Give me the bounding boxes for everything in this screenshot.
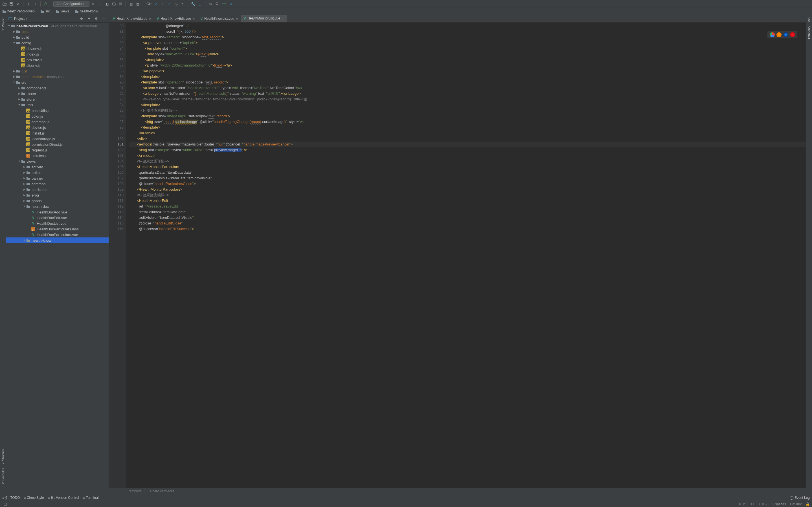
profiler-icon[interactable]: ◯ xyxy=(111,1,116,7)
tool-project[interactable]: 1: Project xyxy=(1,16,5,32)
locate-icon[interactable]: ⊕ xyxy=(79,16,85,21)
tree-row[interactable]: JSsit.env.js xyxy=(6,63,109,68)
git-history-icon[interactable]: ◷ xyxy=(173,1,179,7)
layout2-icon[interactable]: ▤ xyxy=(135,1,141,7)
tool-database[interactable]: Database xyxy=(808,24,811,41)
run-anything-icon[interactable]: ▭ xyxy=(208,1,213,7)
tree-row[interactable]: JSdevice.js xyxy=(6,125,109,130)
git-commit-icon[interactable]: ✓ xyxy=(160,1,165,7)
breadcrumb-item[interactable]: src xyxy=(40,9,50,13)
tree-row[interactable]: {}HealthDocParticulars.less xyxy=(6,226,109,232)
status-value[interactable]: LF xyxy=(751,502,755,506)
tree-row[interactable]: ▶activity xyxy=(6,164,109,170)
stop-icon[interactable] xyxy=(118,1,123,7)
status-value[interactable]: UTF-8 xyxy=(759,502,768,506)
tree-row[interactable]: ▶curriculum xyxy=(6,187,109,192)
tree-row[interactable]: JSinstall.js xyxy=(6,130,109,136)
editor-tab[interactable]: VHealthKnowList.vue× xyxy=(198,15,241,22)
tree-row[interactable]: JScolor.js xyxy=(6,113,109,119)
add-configuration-button[interactable]: Add Configuration... xyxy=(53,1,90,7)
debug-icon[interactable] xyxy=(97,1,103,7)
editor-crumbs[interactable]: template〉a-card.card-area xyxy=(109,488,806,494)
tree-row[interactable]: ▶article xyxy=(6,170,109,175)
chrome-icon[interactable] xyxy=(770,32,775,37)
project-header-title[interactable]: Project ▾ xyxy=(14,17,77,20)
status-value[interactable]: Git: dev xyxy=(790,502,802,506)
tree-row[interactable]: ▼health-know xyxy=(6,237,109,243)
search-icon[interactable] xyxy=(214,1,220,7)
tree-row[interactable]: ▶common xyxy=(6,181,109,187)
safari-icon[interactable] xyxy=(783,32,788,37)
status-value[interactable]: 2 spaces xyxy=(772,502,786,506)
sync-icon[interactable] xyxy=(15,1,21,7)
tree-row[interactable]: JSrequest.js xyxy=(6,147,109,153)
git-revert-icon[interactable]: ↶ xyxy=(180,1,186,7)
tree-row[interactable]: ▶router xyxy=(6,91,109,97)
tree-row[interactable]: VHealthDocList.vue xyxy=(6,221,109,226)
tree-row[interactable]: JSbaseUtils.js xyxy=(6,108,109,113)
tree-row[interactable]: ▶build xyxy=(6,35,109,40)
tree-row[interactable]: JSdev.env.js xyxy=(6,46,109,51)
tree-row[interactable]: {}utils.less xyxy=(6,153,109,159)
hide-icon[interactable]: — xyxy=(101,16,106,21)
breadcrumb-item[interactable]: views xyxy=(56,9,69,13)
tree-row[interactable]: JSindex.js xyxy=(6,51,109,57)
git-push-icon[interactable]: ↗ xyxy=(166,1,172,7)
editor-code[interactable]: @change="…" :scroll="{ x: 900 }"> <templ… xyxy=(126,22,806,488)
status-item[interactable]: ≡ 6: TODO xyxy=(2,496,20,500)
save-icon[interactable] xyxy=(8,1,14,7)
collapse-icon[interactable]: ÷ xyxy=(86,16,92,21)
editor-tab[interactable]: VHealthMonitorList.vue× xyxy=(241,15,287,22)
tree-row[interactable]: ▼views xyxy=(6,159,109,164)
status-item[interactable]: ≡ Terminal xyxy=(83,496,99,500)
tool-favorites[interactable]: 2: Favorites xyxy=(1,466,5,486)
tree-row[interactable]: ▶dist xyxy=(6,68,109,74)
project-tree[interactable]: ▼health-record-web~/GitCode/health-recor… xyxy=(6,22,109,494)
tree-row[interactable]: VHealthDocEdit.vue xyxy=(6,215,109,221)
tree-row[interactable]: ▶store xyxy=(6,97,109,102)
tree-row[interactable]: ▶node_moduleslibrary root xyxy=(6,74,109,79)
git-update-icon[interactable]: ↙ xyxy=(153,1,159,7)
tree-row[interactable]: VHealthDocParticulars.vue xyxy=(6,232,109,237)
close-icon[interactable]: × xyxy=(193,17,195,21)
tree-row[interactable]: JScommon.js xyxy=(6,119,109,125)
tree-row[interactable]: ▼config xyxy=(6,40,109,46)
status-value[interactable]: 101:1 xyxy=(739,502,747,506)
tree-row[interactable]: VHealthDocAdd.vue xyxy=(6,209,109,215)
tree-row[interactable]: JSpermissionDirect.js xyxy=(6,142,109,147)
pulse-icon[interactable]: 〰 xyxy=(221,1,227,7)
tree-row[interactable]: ▶error xyxy=(6,192,109,198)
block-icon[interactable]: ⊘ xyxy=(228,1,234,7)
editor-tab[interactable]: VHealthKnowEdit.vue× xyxy=(154,15,198,22)
tree-row[interactable]: ▶.idea xyxy=(6,29,109,35)
opera-icon[interactable] xyxy=(790,32,795,37)
tree-row[interactable]: JSlocalstorage.js xyxy=(6,136,109,142)
close-icon[interactable]: × xyxy=(236,17,238,21)
forward-icon[interactable] xyxy=(33,1,38,7)
event-log-button[interactable]: ◯ Event Log xyxy=(790,496,810,500)
tree-row[interactable]: ▼utils xyxy=(6,102,109,108)
close-icon[interactable]: × xyxy=(149,17,151,21)
build-icon[interactable] xyxy=(43,1,49,7)
tool-structure[interactable]: 7: Structure xyxy=(1,447,5,466)
lock-icon[interactable]: 🔒 xyxy=(806,502,810,506)
gear-icon[interactable]: ⚙ xyxy=(93,16,99,21)
coverage-icon[interactable]: ◧ xyxy=(104,1,110,7)
tree-row[interactable]: ▶components xyxy=(6,85,109,91)
status-item[interactable]: ≡ 9: Version Control xyxy=(48,496,79,500)
status-item[interactable]: ≡ CheckStyle xyxy=(24,496,44,500)
back-icon[interactable] xyxy=(26,1,31,7)
settings-icon[interactable]: 🔧 xyxy=(191,1,196,7)
tree-row[interactable]: ▼health-doc xyxy=(6,204,109,209)
editor-tab[interactable]: VHealthKnowAdd.vue× xyxy=(110,15,154,22)
layout-icon[interactable]: ▥ xyxy=(128,1,134,7)
tree-row[interactable]: JSpro.env.js xyxy=(6,57,109,63)
breadcrumb-item[interactable]: health-record-web xyxy=(2,9,35,13)
tree-row[interactable]: ▶banner xyxy=(6,175,109,181)
structure-icon[interactable]: ⬚ xyxy=(197,1,203,7)
tw-icon[interactable]: ▢ xyxy=(2,501,8,507)
close-icon[interactable]: × xyxy=(282,16,284,20)
tree-row[interactable]: ▶goods xyxy=(6,198,109,204)
run-icon[interactable] xyxy=(91,1,96,7)
tool-ant[interactable]: Ant xyxy=(808,16,811,24)
